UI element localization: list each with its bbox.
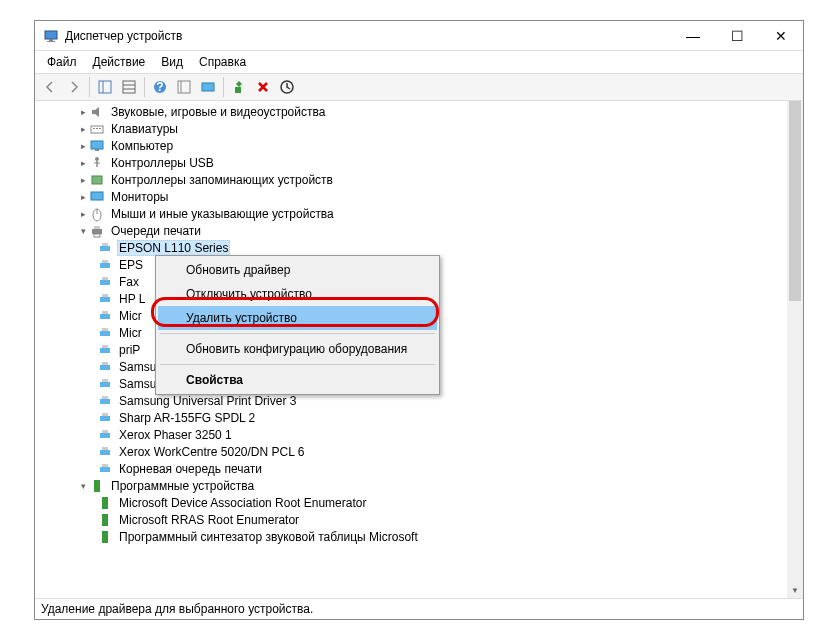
status-text: Удаление драйвера для выбранного устройс… [41, 602, 313, 616]
tool-button-1[interactable] [173, 76, 195, 98]
properties-button[interactable] [118, 76, 140, 98]
printer-xerox-workcentre[interactable]: Xerox WorkCentre 5020/DN PCL 6 [35, 443, 787, 460]
software-rras[interactable]: Microsoft RRAS Root Enumerator [35, 511, 787, 528]
ctx-separator [160, 333, 435, 334]
svg-rect-40 [102, 311, 108, 314]
scan-hardware-button[interactable] [197, 76, 219, 98]
uninstall-button[interactable] [252, 76, 274, 98]
svg-rect-31 [100, 246, 110, 251]
svg-rect-52 [102, 413, 108, 416]
svg-rect-16 [93, 128, 95, 129]
svg-rect-10 [178, 81, 190, 93]
category-software-devices[interactable]: ▾Программные устройства [35, 477, 787, 494]
svg-rect-38 [102, 294, 108, 297]
svg-rect-47 [100, 382, 110, 387]
chevron-right-icon: ▸ [77, 124, 89, 134]
chevron-right-icon: ▸ [77, 192, 89, 202]
printer-epson-l110[interactable]: EPSON L110 Series [35, 239, 787, 256]
svg-rect-62 [102, 531, 108, 543]
svg-rect-41 [100, 331, 110, 336]
svg-rect-51 [100, 416, 110, 421]
category-print-queues[interactable]: ▾Очереди печати [35, 222, 787, 239]
menu-help[interactable]: Справка [191, 53, 254, 71]
printer-icon [97, 308, 113, 324]
printer-icon [97, 393, 113, 409]
content-area: ▸Звуковые, игровые и видеоустройства ▸Кл… [35, 101, 803, 599]
ctx-properties[interactable]: Свойства [158, 368, 437, 392]
keyboard-icon [89, 121, 105, 137]
chevron-right-icon: ▸ [77, 175, 89, 185]
chevron-right-icon: ▸ [77, 107, 89, 117]
svg-rect-0 [45, 31, 57, 39]
close-button[interactable]: ✕ [759, 21, 803, 51]
ctx-disable-device[interactable]: Отключить устройство [158, 282, 437, 306]
update-driver-button[interactable] [276, 76, 298, 98]
mouse-icon [89, 206, 105, 222]
svg-rect-60 [102, 497, 108, 509]
software-device-assoc[interactable]: Microsoft Device Association Root Enumer… [35, 494, 787, 511]
category-keyboard[interactable]: ▸Клавиатуры [35, 120, 787, 137]
svg-rect-46 [102, 362, 108, 365]
minimize-button[interactable]: — [671, 21, 715, 51]
printer-sharp[interactable]: Sharp AR-155FG SPDL 2 [35, 409, 787, 426]
storage-icon [89, 172, 105, 188]
printer-xerox-phaser[interactable]: Xerox Phaser 3250 1 [35, 426, 787, 443]
window-buttons: — ☐ ✕ [671, 21, 803, 51]
show-hide-tree-button[interactable] [94, 76, 116, 98]
svg-rect-29 [94, 226, 100, 229]
back-button[interactable] [39, 76, 61, 98]
maximize-button[interactable]: ☐ [715, 21, 759, 51]
category-computer[interactable]: ▸Компьютер [35, 137, 787, 154]
chevron-down-icon: ▾ [77, 226, 89, 236]
help-button[interactable]: ? [149, 76, 171, 98]
svg-rect-1 [49, 39, 53, 41]
svg-rect-37 [100, 297, 110, 302]
svg-rect-15 [91, 126, 103, 133]
category-monitors[interactable]: ▸Мониторы [35, 188, 787, 205]
chevron-right-icon: ▸ [77, 158, 89, 168]
menu-file[interactable]: Файл [39, 53, 85, 71]
svg-rect-13 [235, 87, 241, 93]
printer-icon [97, 410, 113, 426]
printer-icon [97, 359, 113, 375]
software-synth[interactable]: Программный синтезатор звуковой таблицы … [35, 528, 787, 545]
category-memory[interactable]: ▸Контроллеры запоминающих устройств [35, 171, 787, 188]
svg-rect-20 [95, 149, 99, 151]
window-title: Диспетчер устройств [65, 29, 671, 43]
sound-icon [89, 104, 105, 120]
forward-button[interactable] [63, 76, 85, 98]
category-mice[interactable]: ▸Мыши и иные указывающие устройства [35, 205, 787, 222]
svg-rect-2 [47, 41, 55, 42]
app-icon [43, 28, 59, 44]
svg-rect-55 [100, 450, 110, 455]
computer-icon [89, 138, 105, 154]
ctx-scan-hardware[interactable]: Обновить конфигурацию оборудования [158, 337, 437, 361]
scroll-down-icon[interactable]: ▼ [787, 582, 803, 598]
menu-view[interactable]: Вид [153, 53, 191, 71]
statusbar: Удаление драйвера для выбранного устройс… [35, 599, 803, 619]
software-icon [97, 529, 113, 545]
svg-rect-3 [99, 81, 111, 93]
titlebar: Диспетчер устройств — ☐ ✕ [35, 21, 803, 51]
svg-rect-59 [94, 480, 100, 492]
printer-root-queue[interactable]: Корневая очередь печати [35, 460, 787, 477]
enable-device-button[interactable] [228, 76, 250, 98]
svg-rect-17 [96, 128, 98, 129]
toolbar: ? [35, 73, 803, 101]
printer-icon [97, 257, 113, 273]
category-usb[interactable]: ▸Контроллеры USB [35, 154, 787, 171]
svg-rect-30 [94, 234, 100, 237]
svg-rect-44 [102, 345, 108, 348]
svg-rect-45 [100, 365, 110, 370]
menubar: Файл Действие Вид Справка [35, 51, 803, 73]
software-icon [97, 512, 113, 528]
vertical-scrollbar[interactable]: ▲ ▼ [787, 101, 803, 598]
ctx-update-driver[interactable]: Обновить драйвер [158, 258, 437, 282]
scrollbar-thumb[interactable] [789, 101, 801, 301]
svg-rect-36 [102, 277, 108, 280]
svg-rect-39 [100, 314, 110, 319]
ctx-uninstall-device[interactable]: Удалить устройство [158, 306, 437, 330]
category-sound[interactable]: ▸Звуковые, игровые и видеоустройства [35, 103, 787, 120]
svg-rect-35 [100, 280, 110, 285]
menu-action[interactable]: Действие [85, 53, 154, 71]
